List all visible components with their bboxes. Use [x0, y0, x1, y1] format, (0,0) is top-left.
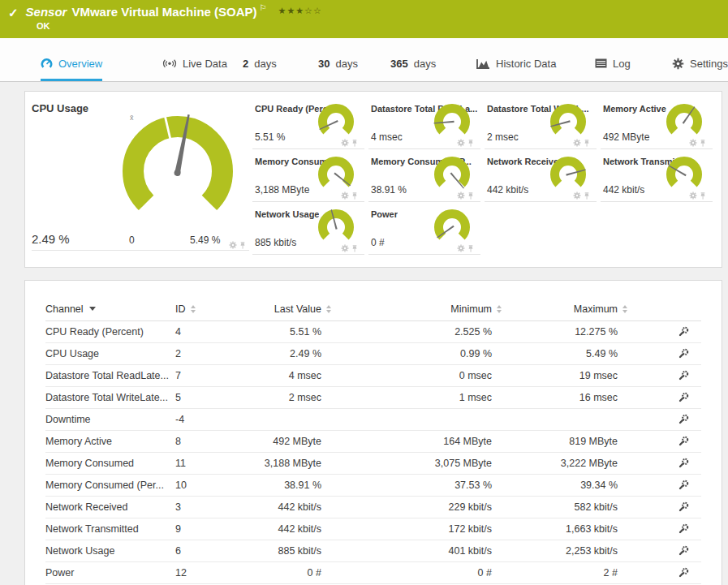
- gear-icon[interactable]: [457, 191, 465, 200]
- table-row[interactable]: Datastore Total WriteLate... 5 2 msec 1 …: [45, 387, 701, 409]
- edit-channel-wrench-icon[interactable]: [678, 348, 689, 359]
- edit-channel-wrench-icon[interactable]: [678, 458, 689, 469]
- pin-icon[interactable]: [584, 192, 590, 200]
- tab-365-days[interactable]: 365 days: [390, 48, 436, 81]
- gauge-tile[interactable]: Network Usage 885 kbit/s: [252, 202, 364, 255]
- minimum-value: 164 MByte: [331, 436, 502, 447]
- pin-icon[interactable]: [351, 245, 358, 252]
- channel-name[interactable]: Downtime: [45, 414, 175, 425]
- channel-name[interactable]: Power: [45, 567, 175, 579]
- column-header-id[interactable]: ID: [175, 303, 228, 315]
- gauge-tile[interactable]: Memory Consumed 3,188 MByte: [252, 149, 364, 202]
- channel-name[interactable]: CPU Usage: [45, 348, 175, 359]
- table-row[interactable]: CPU Ready (Percent) 4 5.51 % 2.525 % 12.…: [45, 321, 701, 343]
- tab-30-days[interactable]: 30 days: [318, 48, 358, 81]
- gauges-panel: CPU Usage x̄ 2.49 % 0 5.49 % CPU Ready (…: [24, 91, 722, 268]
- gauge-tile[interactable]: Power 0 #: [368, 202, 480, 255]
- pin-icon[interactable]: [700, 140, 706, 147]
- gauge-chart: [430, 206, 474, 248]
- pin-icon[interactable]: [584, 140, 590, 147]
- gear-icon[interactable]: [573, 139, 581, 147]
- channel-id: 4: [175, 326, 228, 338]
- channel-name[interactable]: Network Usage: [45, 545, 175, 557]
- table-row[interactable]: Memory Consumed 11 3,188 MByte 3,075 MBy…: [45, 453, 701, 475]
- edit-channel-wrench-icon[interactable]: [678, 501, 689, 513]
- channel-name[interactable]: Memory Consumed (Per...: [45, 480, 175, 491]
- table-row[interactable]: Power 12 0 # 0 # 2 #: [45, 562, 701, 584]
- edit-channel-wrench-icon[interactable]: [678, 326, 689, 338]
- gauge-tile[interactable]: Datastore Total WriteL... 2 msec: [485, 97, 597, 149]
- pin-icon[interactable]: [239, 242, 246, 249]
- pin-icon[interactable]: [467, 245, 474, 252]
- gauge-value: 5.51 %: [255, 131, 285, 143]
- gauge-tile-cpu-usage[interactable]: CPU Usage x̄ 2.49 % 0 5.49 %: [25, 92, 252, 267]
- gear-icon[interactable]: [341, 244, 349, 252]
- minimum-value: 1 msec: [331, 392, 502, 403]
- gear-icon[interactable]: [689, 191, 697, 200]
- gauge-tile[interactable]: Network Transmitted 442 kbit/s: [601, 149, 713, 202]
- edit-channel-wrench-icon[interactable]: [678, 370, 689, 381]
- maximum-value: 819 MByte: [502, 436, 627, 447]
- column-header-channel[interactable]: Channel: [45, 303, 175, 315]
- gear-icon[interactable]: [573, 191, 581, 200]
- table-row[interactable]: Memory Consumed (Per... 10 38.91 % 37.53…: [45, 475, 701, 497]
- gear-icon[interactable]: [457, 244, 465, 252]
- minimum-value: 0.99 %: [331, 348, 502, 359]
- column-header-minimum[interactable]: Minimum: [331, 303, 502, 315]
- gear-icon[interactable]: [229, 241, 237, 249]
- edit-channel-wrench-icon[interactable]: [678, 414, 689, 425]
- table-row[interactable]: Network Usage 6 885 kbit/s 401 kbit/s 2,…: [45, 540, 701, 562]
- status-badge: OK: [37, 21, 50, 31]
- edit-channel-wrench-icon[interactable]: [678, 567, 689, 579]
- gear-icon[interactable]: [689, 139, 697, 147]
- channel-name[interactable]: Memory Consumed: [45, 458, 175, 469]
- gauge-tile[interactable]: CPU Ready (Percent) 5.51 %: [252, 97, 364, 149]
- table-row[interactable]: Downtime -4: [45, 409, 701, 431]
- pin-icon[interactable]: [351, 192, 358, 200]
- table-row[interactable]: Memory Active 8 492 MByte 164 MByte 819 …: [45, 431, 701, 453]
- edit-channel-wrench-icon[interactable]: [678, 392, 689, 403]
- gauge-chart: [662, 101, 706, 143]
- priority-stars[interactable]: ★★★☆☆: [278, 6, 322, 16]
- last-value: 442 kbit/s: [228, 501, 331, 513]
- priority-flag-icon[interactable]: ⚐: [260, 3, 267, 12]
- edit-channel-wrench-icon[interactable]: [678, 523, 689, 535]
- table-row[interactable]: CPU Usage 2 2.49 % 0.99 % 5.49 %: [45, 343, 701, 365]
- pin-icon[interactable]: [351, 140, 358, 147]
- column-header-last-value[interactable]: Last Value: [228, 303, 331, 315]
- channel-id: 8: [175, 436, 228, 447]
- table-row[interactable]: Network Received 3 442 kbit/s 229 kbit/s…: [45, 497, 701, 518]
- pin-icon[interactable]: [467, 140, 474, 147]
- channel-name[interactable]: Datastore Total ReadLate...: [45, 370, 175, 381]
- channel-name[interactable]: Network Received: [45, 501, 175, 513]
- gauge-tile[interactable]: Datastore Total ReadLa... 4 msec: [368, 97, 480, 149]
- tab-overview[interactable]: Overview: [41, 48, 102, 81]
- channel-name[interactable]: Network Transmitted: [45, 523, 175, 535]
- edit-channel-wrench-icon[interactable]: [678, 436, 689, 447]
- tab-2-days[interactable]: 2 days: [243, 48, 277, 81]
- column-header-maximum[interactable]: Maximum: [502, 303, 627, 315]
- tab-log[interactable]: Log: [595, 48, 631, 81]
- edit-channel-wrench-icon[interactable]: [678, 480, 689, 491]
- gauge-tile[interactable]: Network Received 442 kbit/s: [485, 149, 597, 202]
- pin-icon[interactable]: [467, 192, 474, 200]
- tab-settings[interactable]: Settings: [672, 48, 728, 81]
- tab-historic-data[interactable]: Historic Data: [476, 48, 556, 81]
- minimum-value: 229 kbit/s: [331, 501, 502, 513]
- gear-icon[interactable]: [457, 139, 465, 147]
- maximum-value: 12.275 %: [502, 326, 627, 338]
- table-row[interactable]: Datastore Total ReadLate... 7 4 msec 0 m…: [45, 365, 701, 387]
- gauge-tile[interactable]: Memory Consumed (P... 38.91 %: [368, 149, 480, 202]
- pin-icon[interactable]: [700, 192, 706, 200]
- gauge-icon: [41, 58, 53, 70]
- tab-live-data[interactable]: Live Data: [162, 48, 227, 81]
- gear-icon[interactable]: [341, 191, 349, 200]
- channel-name[interactable]: CPU Ready (Percent): [45, 326, 175, 338]
- live-broadcast-icon: [162, 58, 177, 69]
- gauge-tile[interactable]: Memory Active 492 MByte: [601, 97, 713, 149]
- gear-icon[interactable]: [341, 139, 349, 147]
- edit-channel-wrench-icon[interactable]: [678, 545, 689, 557]
- channel-name[interactable]: Memory Active: [45, 436, 175, 447]
- channel-name[interactable]: Datastore Total WriteLate...: [45, 392, 175, 403]
- table-row[interactable]: Network Transmitted 9 442 kbit/s 172 kbi…: [45, 518, 701, 540]
